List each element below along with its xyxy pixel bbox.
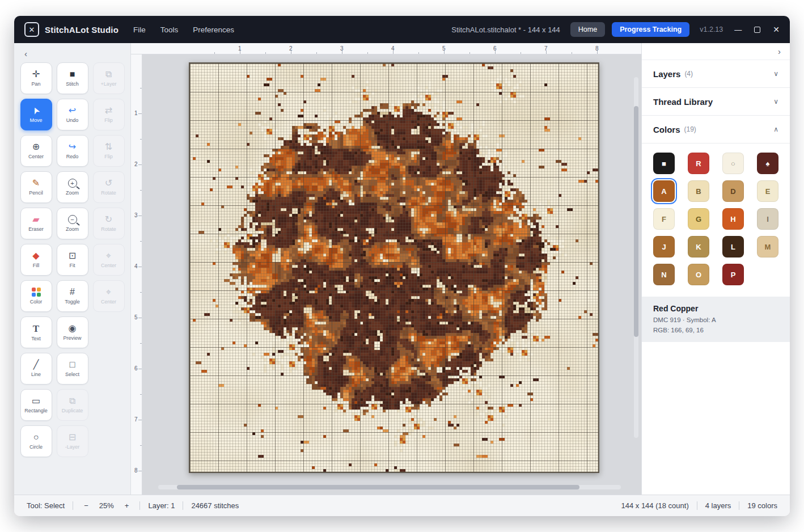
tool-color[interactable]: Color (20, 280, 52, 312)
swatch-b[interactable]: B (688, 180, 709, 202)
vertical-scrollbar-thumb[interactable] (634, 106, 638, 337)
panel-collapse-icon[interactable]: › (778, 47, 781, 56)
ruler-vertical: 12345678 (131, 54, 142, 495)
tool-rectangle[interactable]: ▭Rectangle (20, 389, 52, 421)
tool-grid: ✛Pan■Stitch⧉+Layer➤Move↩Undo⇄Flip⊕Center… (14, 62, 130, 457)
tool-toggle[interactable]: #Toggle (57, 280, 88, 312)
swatch-f[interactable]: F (653, 208, 675, 230)
tool-redo[interactable]: ↪Redo (57, 135, 88, 167)
eraser-icon: ▰ (32, 215, 39, 224)
tool-stitch[interactable]: ■Stitch (57, 62, 88, 94)
swatch-red-r[interactable]: R (688, 153, 709, 174)
tool-circle[interactable]: ○Circle (20, 425, 52, 457)
rotate-ccw-icon: ↺ (105, 179, 112, 188)
tool-line[interactable]: ╱Line (20, 353, 52, 385)
fit-icon: ⊡ (69, 251, 76, 260)
ruler-number: 5 (134, 314, 138, 320)
rectangle-icon: ▭ (32, 396, 40, 406)
swatch-e[interactable]: E (757, 180, 778, 202)
menu-file[interactable]: File (133, 26, 146, 34)
redo-icon: ↪ (69, 142, 76, 151)
swatch-black-square[interactable]: ■ (653, 153, 675, 174)
swatch-m[interactable]: M (757, 236, 778, 257)
selected-color-rgb: RGB: 166, 69, 16 (653, 327, 778, 333)
ruler-tick (418, 52, 419, 54)
rotate-cw-icon: ↻ (105, 215, 112, 224)
status-tool: Tool: Select (27, 501, 65, 510)
tool-undo[interactable]: ↩Undo (57, 99, 88, 130)
sidebar-collapse-icon[interactable]: ‹ (24, 49, 27, 58)
add-layer-icon: ⧉ (105, 70, 112, 79)
tool-center-v: ⌖Center (93, 280, 125, 312)
swatch-p[interactable]: P (722, 264, 744, 285)
tool-label: Flip (104, 154, 113, 159)
tool-move[interactable]: ➤Move (20, 99, 52, 130)
swatch-h[interactable]: H (722, 208, 744, 230)
fill-icon: ◆ (32, 251, 39, 260)
divider (183, 501, 183, 510)
menu-tools[interactable]: Tools (160, 26, 179, 34)
home-button[interactable]: Home (570, 22, 605, 37)
zoom-in-button[interactable]: + (122, 501, 132, 510)
swatch-k[interactable]: K (688, 236, 709, 257)
ruler-tick (140, 394, 142, 395)
swatch-i[interactable]: I (757, 208, 778, 230)
ruler-tick (138, 369, 142, 369)
progress-tracking-button[interactable]: Progress Tracking (612, 22, 689, 37)
section-colors[interactable]: Colors (19) ∧ (642, 116, 790, 143)
tool-text[interactable]: TText (20, 316, 52, 348)
tool-label: Center (101, 263, 116, 268)
swatch-g[interactable]: G (688, 208, 709, 230)
ruler-tick (138, 164, 142, 165)
flip-v-icon: ⇅ (105, 142, 112, 151)
close-icon[interactable]: ✕ (773, 26, 780, 33)
tool-pan[interactable]: ✛Pan (20, 62, 52, 94)
tool-flip-h: ⇄Flip (93, 99, 125, 130)
minimize-icon[interactable]: — (734, 26, 742, 33)
swatch-l[interactable]: L (722, 236, 744, 257)
swatch-o[interactable]: O (688, 264, 709, 285)
ruler-tick (140, 292, 142, 293)
swatch-a[interactable]: A (653, 180, 675, 202)
ruler-tick (521, 52, 521, 54)
undo-icon: ↩ (69, 106, 76, 115)
app-window: ✕ StitchALot Studio FileToolsPreferences… (14, 16, 790, 516)
tool-label: Circle (29, 444, 43, 450)
tool-pencil[interactable]: ✎Pencil (20, 171, 52, 203)
tool-preview[interactable]: ◉Preview (57, 316, 88, 348)
pattern-canvas[interactable] (189, 62, 599, 473)
menubar: FileToolsPreferences (133, 26, 234, 34)
swatch-maroon-spade[interactable]: ♠ (757, 153, 778, 174)
horizontal-scrollbar[interactable] (158, 485, 621, 489)
tool-label: Rotate (101, 226, 116, 232)
vertical-scrollbar[interactable] (634, 77, 638, 438)
zoom-out-button[interactable]: − (81, 501, 91, 510)
ruler-number: 7 (134, 416, 138, 423)
color-icon (32, 288, 41, 297)
tool-label: Eraser (28, 226, 44, 232)
tool-zoom-in[interactable]: +Zoom (57, 171, 88, 203)
tool-select[interactable]: □Select (57, 353, 88, 385)
section-layers[interactable]: Layers (4) ∨ (642, 60, 790, 88)
swatch-j[interactable]: J (653, 236, 675, 257)
tool-label: Toggle (65, 299, 80, 305)
tool-center[interactable]: ⊕Center (20, 135, 52, 167)
swatch-n[interactable]: N (653, 264, 675, 285)
tool-label: Duplicate (62, 408, 83, 413)
tool-fill[interactable]: ◆Fill (20, 244, 52, 276)
line-icon: ╱ (33, 360, 39, 369)
duplicate-icon: ⧉ (69, 396, 75, 406)
horizontal-scrollbar-thumb[interactable] (177, 485, 579, 489)
zoom-in-icon: + (68, 179, 77, 188)
swatch-cream-circle[interactable]: ○ (722, 153, 744, 174)
tool-label: Line (31, 371, 41, 377)
tool-eraser[interactable]: ▰Eraser (20, 208, 52, 239)
maximize-icon[interactable] (754, 27, 760, 33)
menu-preferences[interactable]: Preferences (193, 26, 234, 34)
divider (739, 501, 739, 510)
tool-zoom-out[interactable]: −Zoom (57, 208, 88, 239)
tool-rotate-cw: ↻Rotate (93, 208, 125, 239)
swatch-d[interactable]: D (722, 180, 744, 202)
section-thread-library[interactable]: Thread Library ∨ (642, 88, 790, 116)
tool-fit[interactable]: ⊡Fit (57, 244, 88, 276)
